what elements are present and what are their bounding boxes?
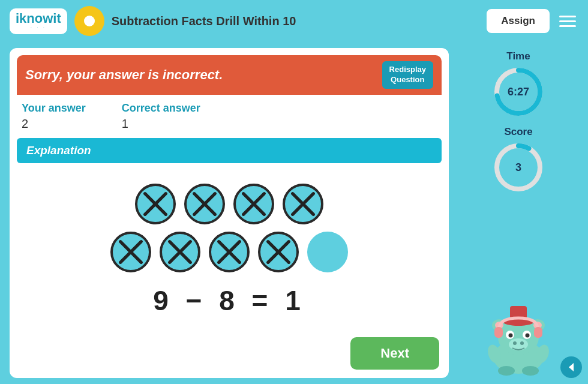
yellow-circle-inner xyxy=(84,16,95,26)
svg-point-35 xyxy=(498,366,515,376)
assign-button[interactable]: Assign xyxy=(487,9,550,33)
svg-point-28 xyxy=(509,334,513,338)
yellow-circle-icon xyxy=(74,6,104,36)
score-value: 3 xyxy=(515,161,521,174)
svg-point-31 xyxy=(513,341,517,345)
svg-point-32 xyxy=(520,341,524,345)
crossed-circle xyxy=(135,184,176,224)
incorrect-banner: Sorry, your answer is incorrect. Redispl… xyxy=(17,55,442,95)
correct-answer-block: Correct answer 1 xyxy=(122,102,200,131)
correct-answer-value: 1 xyxy=(122,117,200,131)
score-label: Score xyxy=(504,126,532,138)
svg-point-29 xyxy=(526,334,530,338)
crossed-circle xyxy=(110,232,151,272)
answer-area: Your answer 2 Correct answer 1 xyxy=(10,95,449,136)
x-icon xyxy=(287,188,319,220)
plain-circle xyxy=(307,232,348,272)
timer-section: Time 6:27 xyxy=(491,50,545,119)
your-answer-block: Your answer 2 xyxy=(22,102,86,131)
crossed-circle xyxy=(233,184,274,224)
circles-row-2 xyxy=(110,232,348,272)
your-answer-label: Your answer xyxy=(22,102,86,115)
timer-value: 6:27 xyxy=(508,86,529,98)
crossed-circle xyxy=(258,232,299,272)
score-ring: 3 xyxy=(491,140,545,194)
svg-point-30 xyxy=(509,338,528,350)
crossed-circle xyxy=(160,232,200,272)
next-button-row: Next xyxy=(10,332,449,378)
svg-rect-34 xyxy=(510,306,527,323)
content-panel: Sorry, your answer is incorrect. Redispl… xyxy=(10,48,449,378)
explanation-label: Explanation xyxy=(26,144,91,157)
x-icon xyxy=(164,236,196,268)
mascot-svg xyxy=(476,294,560,378)
hamburger-line xyxy=(559,25,576,27)
hamburger-line xyxy=(559,16,576,17)
mascot-area xyxy=(476,202,560,378)
crossed-circle xyxy=(209,232,250,272)
page-title: Subtraction Facts Drill Within 10 xyxy=(112,14,480,28)
svg-marker-41 xyxy=(569,363,574,371)
explanation-bar: Explanation xyxy=(17,138,442,163)
timer-label: Time xyxy=(506,50,530,62)
x-icon xyxy=(115,236,146,268)
equation: 9 − 8 = 1 xyxy=(153,284,305,317)
logo-sub: · · · xyxy=(31,25,46,31)
score-section: Score 3 xyxy=(491,126,545,194)
visual-area: 9 − 8 = 1 xyxy=(10,168,449,332)
timer-ring: 6:27 xyxy=(491,65,545,119)
logo: iknowit · · · xyxy=(10,8,67,34)
x-icon xyxy=(140,188,171,220)
header: iknowit · · · Subtraction Facts Drill Wi… xyxy=(0,0,588,42)
incorrect-text: Sorry, your answer is incorrect. xyxy=(25,67,223,83)
next-button[interactable]: Next xyxy=(350,337,439,370)
your-answer-value: 2 xyxy=(22,117,86,131)
x-icon xyxy=(214,236,245,268)
x-icon xyxy=(263,236,294,268)
right-panel: Time 6:27 Score 3 xyxy=(458,48,578,378)
redisplay-button[interactable]: RedisplayQuestion xyxy=(382,61,433,89)
main-layout: Sorry, your answer is incorrect. Redispl… xyxy=(0,42,588,384)
hamburger-line xyxy=(559,20,576,22)
x-icon xyxy=(189,188,220,220)
correct-answer-label: Correct answer xyxy=(122,102,200,115)
crossed-circle xyxy=(184,184,225,224)
circles-row-1 xyxy=(135,184,323,224)
x-icon xyxy=(238,188,269,220)
crossed-circle xyxy=(283,184,323,224)
back-arrow-icon xyxy=(565,361,577,373)
svg-rect-40 xyxy=(534,327,542,338)
menu-button[interactable] xyxy=(557,13,578,29)
svg-point-36 xyxy=(522,366,539,376)
back-button[interactable] xyxy=(560,356,582,378)
svg-rect-39 xyxy=(494,327,503,338)
logo-text: iknowit xyxy=(16,12,61,25)
